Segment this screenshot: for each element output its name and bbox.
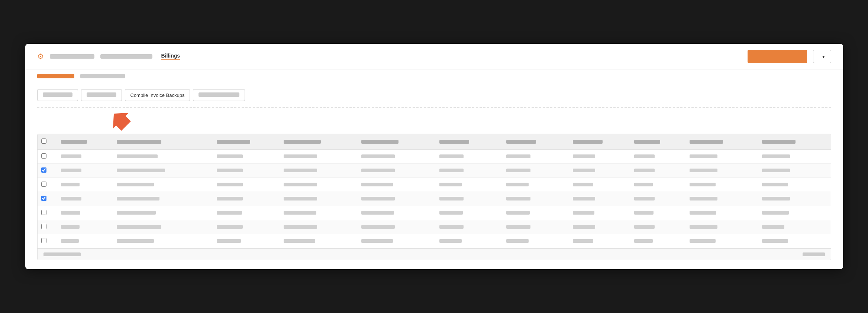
svg-marker-1 [106,106,134,132]
main-window: ⚙ Billings ▾ Compile Invoice Backups [25,44,843,269]
toolbar-btn-1[interactable] [37,89,78,101]
toolbar-btn-2[interactable] [81,89,122,101]
sub-tab-1[interactable] [37,74,74,78]
toolbar-btn-2-label [87,92,116,97]
breadcrumb-2 [100,54,152,59]
compile-invoice-backups-button[interactable]: Compile Invoice Backups [125,89,190,101]
select-all-checkbox[interactable] [41,138,46,144]
row-checkbox[interactable] [41,167,46,173]
breadcrumb-1 [50,54,94,59]
data-table [37,134,831,260]
row-checkbox[interactable] [41,153,46,159]
nav-billings[interactable]: Billings [161,53,180,60]
toolbar-btn-4-label [199,92,239,97]
row-checkbox[interactable] [41,210,46,215]
table-row [38,164,831,178]
toolbar: Compile Invoice Backups [25,83,843,107]
footer-info [43,252,81,256]
footer-action [803,252,825,256]
sub-nav [25,69,843,83]
row-checkbox[interactable] [41,224,46,229]
toolbar-btn-4[interactable] [193,89,245,101]
arrow-annotation [37,108,831,134]
dropdown-arrow-icon: ▾ [822,54,825,59]
table-header-row [38,134,831,150]
primary-action-button[interactable] [748,50,807,63]
row-checkbox[interactable] [41,182,46,187]
arrow-icon [106,106,151,132]
table-row [38,192,831,206]
toolbar-btn-1-label [43,92,72,97]
row-checkbox[interactable] [41,238,46,243]
gear-icon: ⚙ [37,52,44,61]
sub-tab-2[interactable] [80,74,125,78]
secondary-action-button[interactable]: ▾ [813,50,831,63]
header: ⚙ Billings ▾ [25,44,843,69]
table-row [38,234,831,248]
row-checkbox[interactable] [41,196,46,201]
table-footer [38,248,831,260]
table-row [38,206,831,220]
table-row [38,220,831,234]
table-row [38,150,831,164]
table-row [38,178,831,192]
